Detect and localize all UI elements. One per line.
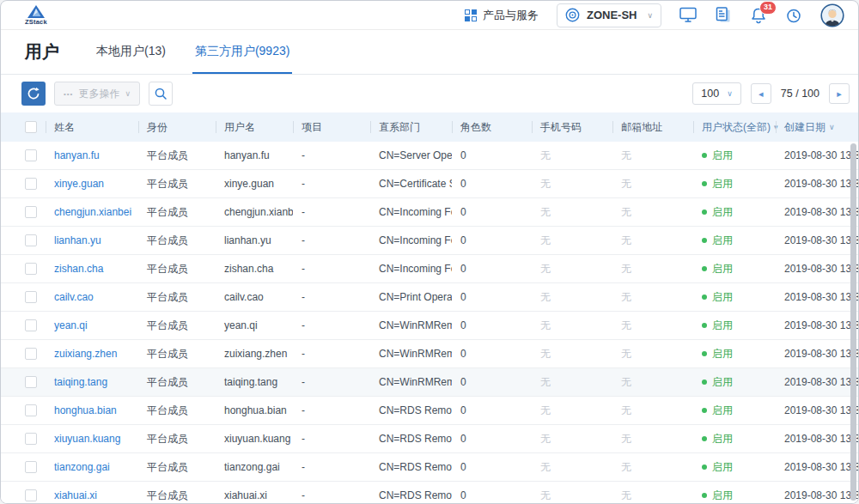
cell-phone: 无	[532, 319, 612, 333]
cell-identity: 平台成员	[138, 404, 216, 418]
products-services-menu[interactable]: 产品与服务	[465, 8, 539, 23]
row-checkbox[interactable]	[25, 376, 37, 388]
more-actions-button[interactable]: ••• 更多操作 ∨	[54, 82, 140, 106]
cell-identity: 平台成员	[138, 432, 216, 446]
cell-email: 无	[612, 177, 693, 191]
cell-email: 无	[612, 404, 693, 418]
status-badge: 启用	[712, 404, 733, 418]
cell-status: 启用	[693, 347, 776, 361]
user-name-link[interactable]: xiuyuan.kuang	[54, 433, 120, 445]
refresh-button[interactable]	[21, 82, 46, 106]
row-checkbox[interactable]	[25, 149, 37, 161]
user-name-link[interactable]: chengjun.xianbei	[54, 206, 131, 218]
zstack-logo[interactable]: ZStack	[25, 5, 47, 26]
cell-username: honghua.bian	[216, 404, 293, 416]
cell-project: -	[293, 461, 370, 473]
row-checkbox[interactable]	[25, 348, 37, 360]
table-row: taiqing.tang平台成员taiqing.tang-CN=WinRMRem…	[1, 368, 858, 397]
user-name-link[interactable]: cailv.cao	[54, 291, 94, 303]
next-page-button[interactable]: ▸	[829, 83, 850, 104]
user-name-link[interactable]: tianzong.gai	[54, 461, 110, 473]
row-checkbox[interactable]	[25, 489, 37, 501]
row-checkbox[interactable]	[25, 206, 37, 218]
cell-name: zishan.cha	[46, 263, 138, 275]
page-size-value: 100	[701, 88, 719, 100]
notifications-button[interactable]: 31	[750, 7, 767, 24]
cell-project: -	[293, 404, 370, 416]
status-dot-icon	[702, 380, 707, 385]
user-name-link[interactable]: xiahuai.xi	[54, 489, 97, 501]
grid-icon	[465, 9, 477, 21]
user-avatar[interactable]	[820, 3, 844, 27]
cell-status: 启用	[693, 149, 776, 163]
column-header-created-sort[interactable]: 创建日期 ∨	[776, 120, 858, 135]
user-name-link[interactable]: xinye.guan	[54, 178, 104, 190]
row-checkbox[interactable]	[25, 263, 37, 275]
select-all-checkbox[interactable]	[25, 121, 37, 133]
user-name-link[interactable]: hanyan.fu	[54, 149, 100, 161]
cell-project: -	[293, 234, 370, 246]
cell-username: xiuyuan.kuang	[216, 433, 293, 445]
cell-department: CN=Print Operat…	[370, 291, 452, 303]
user-name-link[interactable]: yean.qi	[54, 319, 88, 331]
row-checkbox-cell	[1, 489, 46, 501]
row-checkbox-cell	[1, 291, 46, 303]
user-name-link[interactable]: lianhan.yu	[54, 234, 101, 246]
row-checkbox[interactable]	[25, 178, 37, 190]
search-button[interactable]	[149, 82, 173, 106]
cell-project: -	[293, 348, 370, 360]
cell-roles: 0	[452, 178, 532, 190]
row-checkbox-cell	[1, 206, 46, 218]
row-checkbox[interactable]	[25, 319, 37, 331]
cell-created: 2019-08-30 13:3…	[776, 376, 858, 388]
status-badge: 启用	[712, 177, 733, 191]
cell-username: zuixiang.zhen	[216, 348, 293, 360]
row-checkbox[interactable]	[25, 461, 37, 473]
cell-status: 启用	[693, 404, 776, 418]
cell-identity: 平台成员	[138, 262, 216, 276]
cell-status: 启用	[693, 375, 776, 390]
cell-created: 2019-08-30 13:3…	[776, 263, 858, 275]
zstack-logo-icon	[27, 5, 45, 18]
user-name-link[interactable]: honghua.bian	[54, 404, 117, 416]
cell-status: 启用	[693, 319, 776, 333]
zone-selector[interactable]: ZONE-SH ∨	[557, 3, 661, 27]
row-checkbox[interactable]	[25, 433, 37, 445]
cell-email: 无	[612, 290, 693, 305]
tab-third-party-users[interactable]: 第三方用户(9923)	[192, 30, 292, 74]
console-button[interactable]	[679, 7, 697, 23]
cell-name: cailv.cao	[46, 291, 138, 303]
user-name-link[interactable]: taiqing.tang	[54, 376, 107, 388]
vertical-scrollbar[interactable]	[850, 143, 856, 501]
row-checkbox[interactable]	[25, 291, 37, 303]
row-checkbox[interactable]	[25, 234, 37, 246]
prev-page-button[interactable]: ◂	[751, 83, 771, 104]
cell-email: 无	[612, 234, 693, 248]
cell-identity: 平台成员	[138, 290, 216, 305]
cell-status: 启用	[693, 205, 776, 220]
tab-local-users[interactable]: 本地用户(13)	[94, 30, 168, 74]
tabs: 本地用户(13) 第三方用户(9923)	[94, 30, 292, 74]
user-name-link[interactable]: zishan.cha	[54, 263, 103, 275]
user-name-link[interactable]: zuixiang.zhen	[54, 348, 117, 360]
cell-phone: 无	[532, 432, 612, 446]
clock-icon	[785, 7, 802, 24]
cell-identity: 平台成员	[138, 205, 216, 220]
cell-identity: 平台成员	[138, 375, 216, 390]
cell-phone: 无	[532, 234, 612, 248]
operation-log-button[interactable]	[715, 7, 732, 23]
table-row: xiuyuan.kuang平台成员xiuyuan.kuang-CN=RDS Re…	[1, 425, 858, 453]
cell-phone: 无	[532, 290, 612, 305]
column-header-status-filter[interactable]: 用户状态(全部) ▾	[693, 120, 776, 135]
zone-value: ZONE-SH	[587, 9, 637, 21]
row-checkbox-cell	[1, 404, 46, 416]
table-row: zuixiang.zhen平台成员zuixiang.zhen-CN=WinRMR…	[1, 340, 858, 368]
cell-department: CN=WinRMRem…	[370, 319, 452, 331]
cell-roles: 0	[452, 206, 532, 218]
page-size-select[interactable]: 100 ∨	[692, 82, 740, 105]
cell-username: tianzong.gai	[216, 461, 293, 473]
cell-phone: 无	[532, 177, 612, 191]
row-checkbox[interactable]	[25, 404, 37, 416]
toolbar: ••• 更多操作 ∨ 100 ∨ ◂ 75 / 100 ▸	[1, 75, 858, 112]
history-button[interactable]	[785, 7, 802, 24]
